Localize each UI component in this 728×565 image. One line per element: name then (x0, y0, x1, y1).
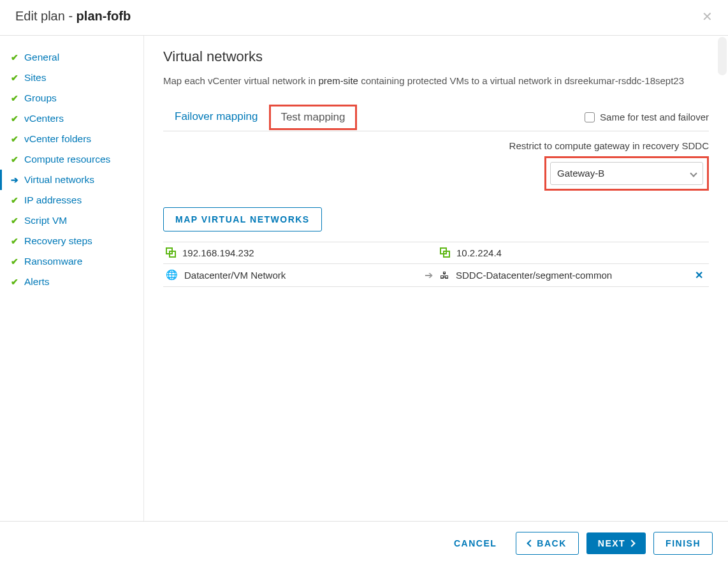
sidebar-item-sites[interactable]: ✔ Sites (0, 68, 143, 88)
gateway-select[interactable]: Gateway-B (550, 162, 703, 185)
sidebar-item-label: General (24, 52, 59, 63)
sidebar-item-label: vCenters (24, 113, 64, 124)
wizard-footer: CANCEL BACK NEXT FINISH (0, 521, 728, 565)
sidebar-item-label: Virtual networks (24, 174, 94, 186)
table-row: 🌐 Datacenter/VM Network ➔ 🖧 SDDC-Datacen… (163, 264, 709, 287)
network-segment-icon: 🖧 (440, 270, 449, 281)
wizard-sidebar: ✔ General ✔ Sites ✔ Groups ✔ vCenters ✔ … (0, 36, 144, 521)
target-network: SDDC-Datacenter/segment-common (456, 270, 612, 281)
sidebar-item-label: Compute resources (24, 154, 110, 165)
checkbox-icon[interactable] (585, 112, 595, 122)
sidebar-item-virtual-networks[interactable]: ➔ Virtual networks (0, 170, 143, 190)
sidebar-item-label: Recovery steps (24, 235, 92, 247)
network-mapping-table: 192.168.194.232 10.2.224.4 🌐 Datacenter/… (163, 242, 709, 287)
sidebar-item-ip-addresses[interactable]: ✔ IP addresses (0, 190, 143, 210)
arrow-right-icon: ➔ (417, 269, 440, 281)
gateway-highlight-box: Gateway-B (544, 156, 709, 191)
restrict-label: Restrict to compute gateway in recovery … (163, 140, 709, 151)
finish-button[interactable]: FINISH (653, 532, 713, 555)
sidebar-item-compute-resources[interactable]: ✔ Compute resources (0, 149, 143, 170)
back-label: BACK (537, 538, 566, 548)
check-icon: ✔ (10, 195, 19, 205)
vcenter-icon (166, 247, 176, 258)
check-icon: ✔ (10, 73, 19, 83)
sidebar-item-vcenters[interactable]: ✔ vCenters (0, 108, 143, 129)
network-globe-icon: 🌐 (166, 269, 178, 281)
dialog-title: Edit plan - plan-fofb (15, 9, 131, 24)
check-icon: ✔ (10, 256, 19, 267)
chevron-right-icon (628, 539, 635, 547)
next-button[interactable]: NEXT (586, 532, 646, 554)
map-virtual-networks-button[interactable]: MAP VIRTUAL NETWORKS (163, 207, 322, 231)
remove-mapping-icon[interactable]: ✕ (691, 269, 706, 281)
tab-failover-mapping[interactable]: Failover mapping (163, 104, 269, 131)
sidebar-item-label: IP addresses (24, 194, 82, 206)
check-icon: ✔ (10, 154, 19, 165)
tab-test-mapping[interactable]: Test mapping (269, 105, 356, 130)
arrow-right-icon: ➔ (10, 175, 19, 185)
close-icon[interactable]: ✕ (702, 10, 713, 23)
gateway-selected-value: Gateway-B (557, 168, 604, 179)
check-icon: ✔ (10, 236, 19, 246)
table-header-left: 192.168.194.232 (182, 247, 254, 258)
back-button[interactable]: BACK (516, 532, 578, 555)
scrollbar[interactable] (718, 37, 727, 75)
checkbox-label: Same for test and failover (600, 112, 709, 122)
check-icon: ✔ (10, 134, 19, 144)
table-header-row: 192.168.194.232 10.2.224.4 (163, 242, 709, 264)
section-description: Map each vCenter virtual network in prem… (163, 74, 709, 89)
check-icon: ✔ (10, 277, 19, 287)
plan-name: plan-fofb (76, 9, 131, 23)
chevron-left-icon (527, 539, 534, 547)
sidebar-item-label: Groups (24, 92, 57, 104)
sidebar-item-label: Ransomware (24, 256, 82, 267)
check-icon: ✔ (10, 216, 19, 226)
section-title: Virtual networks (163, 48, 709, 65)
main-panel: Virtual networks Map each vCenter virtua… (144, 36, 728, 521)
check-icon: ✔ (10, 93, 19, 103)
sidebar-item-alerts[interactable]: ✔ Alerts (0, 272, 143, 292)
sidebar-item-label: Script VM (24, 215, 67, 226)
chevron-down-icon (690, 170, 697, 177)
check-icon: ✔ (10, 52, 19, 62)
source-network: Datacenter/VM Network (184, 270, 286, 281)
sidebar-item-label: vCenter folders (24, 133, 91, 145)
check-icon: ✔ (10, 114, 19, 124)
same-for-test-failover-control[interactable]: Same for test and failover (585, 112, 709, 122)
tab-row: Failover mapping Test mapping Same for t… (163, 104, 709, 131)
sidebar-item-recovery-steps[interactable]: ✔ Recovery steps (0, 231, 143, 251)
next-label: NEXT (598, 538, 625, 548)
vcenter-icon (440, 247, 450, 258)
sidebar-item-general[interactable]: ✔ General (0, 47, 143, 68)
sidebar-item-label: Alerts (24, 276, 50, 288)
sidebar-item-groups[interactable]: ✔ Groups (0, 88, 143, 108)
table-header-right: 10.2.224.4 (456, 247, 502, 258)
sidebar-item-ransomware[interactable]: ✔ Ransomware (0, 251, 143, 272)
sidebar-item-label: Sites (24, 72, 46, 84)
cancel-button[interactable]: CANCEL (442, 532, 508, 554)
dialog-header: Edit plan - plan-fofb ✕ (0, 0, 728, 36)
sidebar-item-script-vm[interactable]: ✔ Script VM (0, 210, 143, 231)
title-prefix: Edit plan - (15, 9, 76, 23)
sidebar-item-vcenter-folders[interactable]: ✔ vCenter folders (0, 129, 143, 149)
